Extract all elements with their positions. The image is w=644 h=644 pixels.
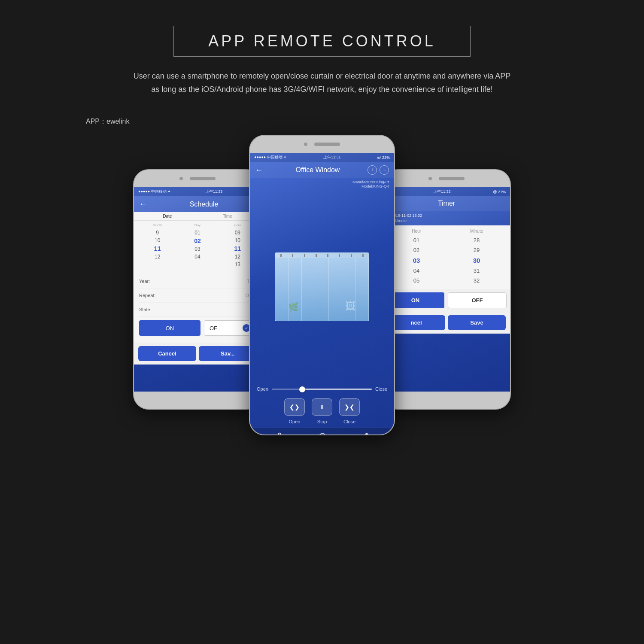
timer-on-button[interactable]: ON — [386, 292, 444, 308]
svg-point-0 — [279, 433, 281, 435]
phone-center-screen: ●●●●● 中国移动 ✦ 上午11:31 @ 22% ← Office Wind… — [250, 153, 394, 435]
curtain-panel-1 — [275, 258, 289, 321]
curtain-area: 🌿 🖼 — [250, 190, 394, 383]
hour-val-09: 09 — [235, 229, 240, 237]
hour-val-11[interactable]: 11 — [234, 244, 241, 253]
curtain-slider[interactable] — [272, 389, 372, 390]
phone-center-time: 上午11:31 — [323, 155, 341, 160]
hook-2 — [292, 254, 293, 257]
phone-center-camera — [304, 143, 307, 146]
timer-min-32: 32 — [474, 276, 480, 286]
app-label-row: APP：ewelink — [86, 117, 558, 126]
timer-off-button[interactable]: OFF — [448, 292, 507, 308]
control-labels: Open Stop Close — [250, 419, 394, 428]
timer-hour-04: 04 — [413, 266, 419, 276]
phone-right-speaker — [439, 177, 465, 180]
slider-fill — [302, 389, 372, 390]
timer-repeat: ur30Minute — [387, 219, 506, 223]
timer-hour-03[interactable]: 03 — [413, 255, 420, 266]
month-val-10: 10 — [155, 237, 160, 244]
day-val-02[interactable]: 02 — [194, 237, 201, 245]
timer-min-30[interactable]: 30 — [473, 255, 480, 266]
open-control-button[interactable]: ❮❯ — [284, 398, 305, 416]
right-save-button[interactable]: Save — [448, 315, 506, 330]
office-title: Office Window — [268, 166, 368, 174]
share-icon — [272, 431, 283, 435]
manufacturer-info: Manufacturer:KingArt Model:KING-Q4 — [250, 178, 394, 190]
picker-month-col: Month 9 10 11 12 — [147, 223, 168, 268]
curtain-panel-4 — [315, 258, 328, 321]
close-ctrl-label: Close — [339, 419, 360, 424]
curtain-panel-5 — [329, 258, 342, 321]
hook-1 — [280, 254, 282, 257]
timer-picker-header: Hour Minute — [386, 229, 507, 234]
save-button[interactable]: Sav... — [199, 346, 257, 361]
stop-ctrl-label: Stop — [312, 419, 332, 424]
month-val-11[interactable]: 11 — [154, 244, 161, 253]
timer-picker-values: 01 02 03 04 05 28 29 30 31 32 — [386, 235, 507, 286]
phone-left-camera — [179, 177, 183, 180]
curtain-illustration: 🌿 🖼 — [275, 252, 369, 321]
phone-left-bottom-bar — [134, 392, 261, 409]
month-header: Month — [153, 223, 162, 227]
phone-center-carrier: ●●●●● 中国移动 ✦ — [254, 155, 287, 160]
hour-header: Hour — [234, 223, 241, 227]
phone-left-picker: Month 9 10 11 12 Day 01 02 03 04 Hour 09… — [134, 221, 261, 271]
timer-hour-01: 01 — [413, 235, 419, 245]
office-back-arrow[interactable]: ← — [255, 166, 263, 175]
svg-point-5 — [319, 434, 325, 436]
picker-date-tab[interactable]: Date — [163, 214, 172, 219]
phone-left-picker-tabs: Date Time — [134, 212, 261, 221]
phone-left-time: 上午11:33 — [205, 189, 223, 194]
plant-icon: 🌿 — [288, 302, 299, 312]
hour-picker-header: Hour — [404, 229, 429, 234]
phone-left-status-bar: ●●●●● 中国移动 ✦ 上午11:33 — [134, 187, 261, 196]
slider-thumb[interactable] — [299, 386, 305, 392]
stop-control-button[interactable]: ⏸ — [312, 398, 332, 416]
phone-right-app-header: Timer — [383, 196, 510, 211]
day-val-03: 03 — [194, 245, 200, 253]
manufacturer-text: Manufacturer:KingArt — [255, 180, 389, 184]
timer-hour-col: 01 02 03 04 05 — [404, 235, 429, 286]
repeat-label: Repeat: — [139, 293, 156, 298]
svg-line-4 — [276, 435, 279, 436]
info-icon[interactable]: i — [368, 165, 377, 175]
bottom-nav: Share Schedule — [250, 428, 394, 435]
phone-right: ✦ 上午11:32 @ 21% Timer at:2018-11-02 15:0… — [382, 169, 511, 410]
phone-right-battery: @ 21% — [493, 190, 506, 194]
more-icon[interactable]: ··· — [380, 165, 389, 175]
timer-minute-col: 28 29 30 31 32 — [464, 235, 489, 286]
right-cancel-button[interactable]: ncel — [387, 315, 445, 330]
timer-min-31: 31 — [474, 266, 480, 276]
curtain-rail — [275, 253, 369, 258]
nav-share[interactable]: Share — [272, 431, 283, 435]
cancel-button[interactable]: Cancel — [138, 346, 196, 361]
phone-right-status-bar: ✦ 上午11:32 @ 21% — [383, 187, 510, 196]
timer-hour-02: 02 — [413, 245, 419, 255]
hook-6 — [339, 254, 340, 257]
picker-time-tab[interactable]: Time — [223, 214, 232, 219]
nav-timer[interactable]: Timer — [361, 431, 372, 435]
model-text: Model:KING-Q4 — [255, 184, 389, 188]
page-title: APP REMOTE CONTROL — [208, 32, 435, 50]
phone-left-app-header: ← Schedule — [134, 196, 261, 212]
slider-row: Open Close — [250, 383, 394, 395]
room-icon: 🖼 — [346, 300, 356, 312]
phone-center-speaker — [314, 143, 340, 146]
curtain-panel-7 — [355, 258, 369, 321]
phone-right-camera — [428, 177, 432, 180]
on-button[interactable]: ON — [139, 320, 200, 336]
schedule-icon — [317, 431, 328, 435]
nav-schedule[interactable]: Schedule — [313, 431, 331, 435]
phone-left-back-arrow[interactable]: ← — [139, 200, 147, 209]
on-off-row: ON OF ✓ — [139, 317, 256, 339]
phone-center-battery: @ 22% — [377, 155, 390, 160]
close-control-button[interactable]: ❯❮ — [339, 398, 360, 416]
phone-right-screen: ✦ 上午11:32 @ 21% Timer at:2018-11-02 15:0… — [383, 187, 510, 392]
page-description: User can use a smartphone to remotely op… — [129, 70, 515, 96]
title-container: APP REMOTE CONTROL — [173, 26, 470, 57]
day-header: Day — [194, 223, 200, 227]
day-val-04: 04 — [194, 253, 200, 261]
control-buttons: ❮❯ ⏸ ❯❮ — [250, 395, 394, 419]
phone-right-bottom-bar — [383, 392, 510, 409]
